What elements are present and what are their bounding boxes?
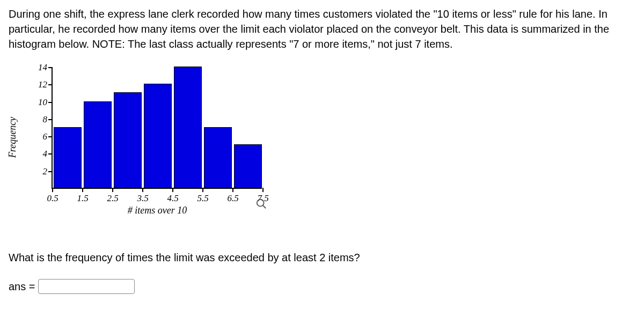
x-tick-label: 0.5 bbox=[47, 192, 58, 205]
x-tick bbox=[202, 188, 203, 192]
y-tick-label: 2 bbox=[43, 165, 48, 178]
answer-label: ans = bbox=[9, 279, 35, 294]
x-axis-label: # items over 10 bbox=[128, 204, 187, 217]
y-tick bbox=[48, 67, 53, 68]
x-tick bbox=[142, 188, 143, 192]
y-tick-label: 10 bbox=[38, 96, 47, 109]
x-tick bbox=[82, 188, 83, 192]
histogram-bar bbox=[84, 101, 112, 188]
y-tick bbox=[48, 119, 53, 120]
histogram-bar bbox=[114, 92, 142, 188]
y-tick-label: 8 bbox=[43, 113, 48, 126]
y-tick bbox=[48, 136, 53, 137]
answer-row: ans = bbox=[9, 279, 635, 294]
svg-point-0 bbox=[257, 200, 264, 207]
y-tick bbox=[48, 153, 53, 155]
histogram-bar bbox=[204, 127, 232, 188]
y-tick bbox=[48, 84, 53, 85]
x-tick-label: 3.5 bbox=[137, 192, 148, 205]
histogram-chart: Frequency 2468101214 0.51.52.53.54.55.56… bbox=[25, 62, 272, 212]
x-tick-label: 4.5 bbox=[167, 192, 178, 205]
y-tick bbox=[48, 171, 53, 172]
x-tick-label: 1.5 bbox=[77, 192, 88, 205]
y-tick-label: 4 bbox=[43, 148, 48, 161]
x-tick bbox=[232, 188, 233, 192]
x-tick bbox=[172, 188, 173, 192]
problem-statement: During one shift, the express lane clerk… bbox=[9, 6, 635, 52]
y-tick bbox=[48, 102, 53, 103]
histogram-bar bbox=[54, 127, 82, 188]
magnify-icon[interactable] bbox=[255, 198, 267, 214]
y-axis-label: Frequency bbox=[6, 117, 19, 158]
histogram-bar bbox=[234, 144, 262, 188]
y-tick-label: 12 bbox=[38, 78, 47, 91]
x-tick bbox=[52, 188, 53, 192]
x-tick-label: 2.5 bbox=[107, 192, 118, 205]
y-tick-label: 6 bbox=[43, 130, 48, 143]
x-tick bbox=[262, 188, 264, 192]
histogram-bar bbox=[174, 67, 202, 188]
question-text: What is the frequency of times the limit… bbox=[9, 250, 635, 265]
histogram-bar bbox=[144, 84, 172, 188]
x-tick bbox=[112, 188, 113, 192]
svg-line-1 bbox=[263, 205, 266, 209]
answer-input[interactable] bbox=[38, 279, 135, 294]
x-tick-label: 6.5 bbox=[227, 192, 238, 205]
x-tick-label: 5.5 bbox=[197, 192, 208, 205]
y-tick-label: 14 bbox=[38, 61, 47, 74]
plot-area: 2468101214 0.51.52.53.54.55.56.57.5 # it… bbox=[52, 68, 262, 189]
